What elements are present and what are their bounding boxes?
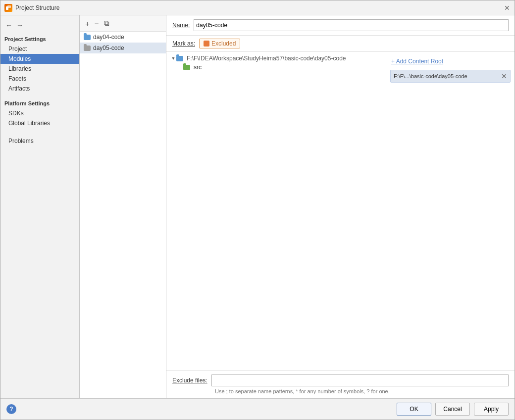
sidebar-divider <box>0 93 79 97</box>
exclude-hint: Use ; to separate name patterns, * for a… <box>172 388 509 394</box>
tree-toggle-icon: ▼ <box>170 55 176 61</box>
sidebar-item-sdks[interactable]: SDKs <box>0 108 79 118</box>
project-structure-window: Project Structure ✕ ← → Project Settings… <box>0 0 515 420</box>
excluded-badge[interactable]: Excluded <box>199 39 240 48</box>
module-folder-icon <box>84 34 91 41</box>
tree-item-src[interactable]: src <box>166 63 386 72</box>
project-settings-header: Project Settings <box>0 33 79 44</box>
excluded-icon <box>204 41 209 47</box>
content-root-close-button[interactable]: ✕ <box>501 72 507 80</box>
right-panel: Name: Mark as: Excluded ▼ <box>166 15 515 398</box>
tree-root-folder-icon <box>177 55 184 62</box>
apply-button[interactable]: Apply <box>474 403 509 416</box>
sidebar-item-facets[interactable]: Facets <box>0 74 79 84</box>
sidebar-item-problems[interactable]: Problems <box>0 136 79 146</box>
sidebar-item-global-libraries[interactable]: Global Libraries <box>0 118 79 128</box>
help-button[interactable]: ? <box>6 404 16 414</box>
svg-rect-1 <box>7 5 11 8</box>
tree-src-label: src <box>194 64 202 71</box>
content-root-panel: + Add Content Root F:\F\...\basic-code\d… <box>386 52 515 370</box>
content-root-item: F:\F\...\basic-code\day05-code ✕ <box>390 70 511 83</box>
name-row: Name: <box>166 15 515 36</box>
sidebar-item-project[interactable]: Project <box>0 44 79 54</box>
sidebar-item-artifacts[interactable]: Artifacts <box>0 84 79 93</box>
name-label: Name: <box>172 22 190 29</box>
add-module-button[interactable]: + <box>84 18 91 28</box>
dialog-buttons: OK Cancel Apply <box>397 403 509 416</box>
module-list: day04-code day05-code <box>80 32 166 398</box>
tree-src-folder-icon <box>184 64 191 71</box>
back-button[interactable]: ← <box>4 21 13 29</box>
title-bar: Project Structure ✕ <box>0 0 515 15</box>
copy-module-button[interactable]: ⧉ <box>103 18 111 28</box>
cancel-button[interactable]: Cancel <box>435 403 470 416</box>
excluded-text: Excluded <box>211 40 236 47</box>
forward-button[interactable]: → <box>15 21 24 29</box>
content-root-path: F:\F\...\basic-code\day05-code <box>394 73 499 79</box>
tree-area: ▼ F:\F\IDEAWorkspace\StudyHeima57\basic-… <box>166 52 515 370</box>
window-controls: ✕ <box>504 4 511 11</box>
module-panel: + − ⧉ day04-code day05-code <box>80 15 166 398</box>
tree-root-path: F:\F\IDEAWorkspace\StudyHeima57\basic-co… <box>187 55 346 62</box>
bottom-bar: ? OK Cancel Apply <box>0 398 515 420</box>
window-title: Project Structure <box>15 4 504 11</box>
app-icon <box>4 4 12 12</box>
sidebar-item-libraries[interactable]: Libraries <box>0 64 79 74</box>
platform-settings-header: Platform Settings <box>0 97 79 108</box>
module-toolbar: + − ⧉ <box>80 15 166 32</box>
name-input[interactable] <box>194 19 509 31</box>
module-item-day04-code[interactable]: day04-code <box>80 32 166 43</box>
sidebar-divider-3 <box>0 132 79 136</box>
add-content-root-button[interactable]: + Add Content Root <box>390 56 511 67</box>
mark-as-label: Mark as: <box>172 40 195 47</box>
main-content: ← → Project Settings Project Modules Lib… <box>0 15 515 398</box>
exclude-section: Exclude files: Use ; to separate name pa… <box>166 370 515 398</box>
mark-as-row: Mark as: Excluded <box>166 36 515 52</box>
sidebar-nav: ← → <box>0 19 79 33</box>
sidebar: ← → Project Settings Project Modules Lib… <box>0 15 80 398</box>
ok-button[interactable]: OK <box>397 403 431 416</box>
module-item-day05-code[interactable]: day05-code <box>80 43 166 53</box>
module-folder-icon-selected <box>84 45 91 51</box>
tree-panel: ▼ F:\F\IDEAWorkspace\StudyHeima57\basic-… <box>166 52 386 370</box>
remove-module-button[interactable]: − <box>93 18 101 28</box>
exclude-row: Exclude files: <box>172 374 509 386</box>
tree-root-item[interactable]: ▼ F:\F\IDEAWorkspace\StudyHeima57\basic-… <box>166 54 386 63</box>
close-button[interactable]: ✕ <box>504 4 511 11</box>
sidebar-divider-2 <box>0 128 79 132</box>
exclude-label: Exclude files: <box>172 377 207 384</box>
sidebar-item-modules[interactable]: Modules <box>0 54 79 64</box>
exclude-input[interactable] <box>211 374 509 386</box>
